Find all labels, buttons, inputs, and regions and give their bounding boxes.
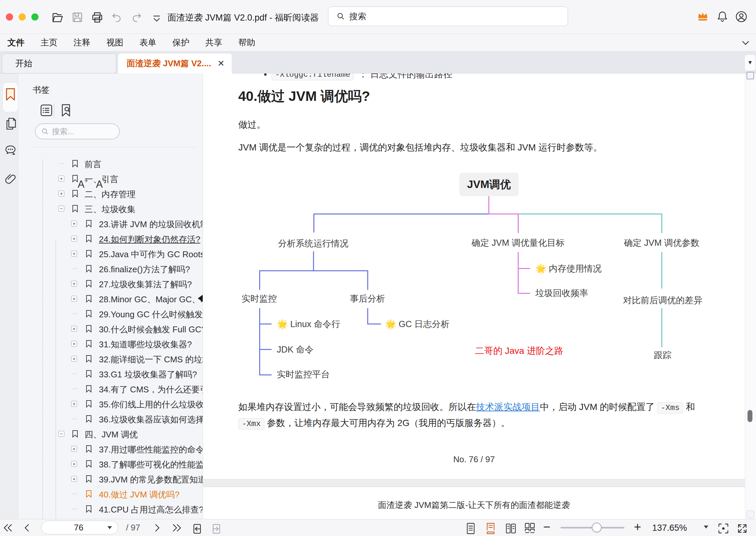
bookmark-list-options-icon[interactable] [40,104,53,117]
expander-toggle-icon[interactable]: + [71,461,77,467]
next-page-icon[interactable] [152,522,162,533]
vertical-scrollbar[interactable] [745,74,756,519]
scrollbar-top-button[interactable] [746,72,754,79]
tab-close-icon[interactable]: ✕ [217,58,225,69]
expander-toggle-icon[interactable]: + [71,341,77,347]
bookmark-item[interactable]: + 38.了解哪些可视化的性能监控工 [18,456,203,471]
zoom-window-button[interactable] [31,14,39,20]
menubar-chevron-down-icon[interactable] [740,38,751,48]
expander-toggle-icon[interactable]: + [58,191,64,196]
bookmark-item[interactable]: 41.CPU 占用过高怎么排查? [18,501,203,517]
bookmark-item[interactable]: + 30.什么时候会触发 Full GC? [18,321,203,336]
menu-file[interactable]: 文件 [8,37,24,48]
minimize-window-button[interactable] [18,14,26,20]
print-icon[interactable] [91,11,104,24]
mindmap-leaf: 🌟 Linux 命令行 [277,318,340,331]
zoom-dropdown-icon[interactable] [704,525,708,528]
previous-page-icon[interactable] [22,522,32,533]
comments-panel-icon[interactable] [4,144,17,157]
expander-toggle-icon[interactable]: + [71,251,77,256]
close-window-button[interactable] [6,14,13,20]
panel-collapse-arrow-icon[interactable] [198,295,203,302]
expander-toggle-icon[interactable]: + [71,476,77,482]
scrollbar-bottom-button[interactable] [746,511,754,518]
page-dropdown-icon[interactable] [107,526,112,529]
fit-page-icon[interactable] [717,522,729,534]
fullscreen-icon[interactable] [737,522,748,534]
pages-panel-icon[interactable] [5,117,17,131]
bookmark-item[interactable]: − 三、垃圾收集 [18,201,203,216]
bookmark-item[interactable]: 33.G1 垃圾收集器了解吗? [18,366,203,381]
bookmark-item[interactable]: + 27.垃圾收集算法了解吗? [18,276,203,291]
expander-toggle-icon[interactable]: + [71,326,77,332]
tab-start[interactable]: 开始 [2,53,116,74]
bookmark-item[interactable]: + 二、内存管理 [18,186,203,201]
single-page-view-icon[interactable] [466,522,476,534]
bookmark-item[interactable]: + 28.Minor GC、Major GC、Mixe [18,291,203,306]
zoom-out-button[interactable]: − [543,520,550,534]
menu-view[interactable]: 视图 [106,37,123,48]
bookmark-item[interactable]: + 31.知道哪些垃圾收集器? [18,336,203,351]
continuous-scroll-view-icon[interactable] [486,522,496,534]
bookmark-item[interactable]: 34.有了 CMS，为什么还要引入 G [18,381,203,396]
attachments-panel-icon[interactable] [5,172,17,186]
bookmark-item[interactable]: + 35.你们线上用的什么垃圾收集器 [18,396,203,411]
next-view-icon[interactable] [210,522,223,534]
bookmark-item[interactable]: 29.Young GC 什么时候触发? [18,306,203,321]
project-link[interactable]: 技术派实战项目 [476,402,540,412]
bookmark-item[interactable]: − 四、JVM 调优 [18,426,203,441]
undo-icon[interactable] [111,13,123,24]
premium-crown-icon[interactable] [697,11,709,23]
account-avatar-icon[interactable] [735,11,747,23]
bookmark-item[interactable]: + 24.如何判断对象仍然存活? [18,231,203,246]
bookmark-item[interactable]: 40.做过 JVM 调优吗? [18,486,203,501]
menu-home[interactable]: 主页 [41,37,57,48]
zoom-slider-knob[interactable] [592,522,602,532]
menu-help[interactable]: 帮助 [238,37,255,48]
bookmark-search-input[interactable]: 搜索... [35,123,120,139]
notifications-bell-icon[interactable] [716,11,729,23]
expander-toggle-icon[interactable]: − [58,431,64,437]
expander-toggle-icon[interactable]: + [71,221,77,226]
bookmark-item[interactable]: + 一、引言 [18,171,203,186]
scrollbar-thumb[interactable] [747,410,752,422]
save-icon[interactable] [71,11,83,23]
expander-toggle-icon[interactable]: + [71,236,77,242]
menu-share[interactable]: 共享 [205,37,222,48]
bookmark-item[interactable]: 36.垃圾收集器应该如何选择? [18,411,203,426]
redo-icon[interactable] [131,13,142,24]
bookmark-item[interactable]: 前言 [18,156,203,171]
expander-toggle-icon[interactable]: + [58,176,64,182]
expander-toggle-icon[interactable]: + [71,401,77,407]
menu-comment[interactable]: 注释 [74,37,90,48]
previous-view-icon[interactable] [191,522,203,534]
first-page-icon[interactable] [3,522,14,533]
bookmarks-panel-icon[interactable] [5,87,16,101]
bookmark-search-icon[interactable] [59,104,73,117]
bookmark-item[interactable]: + 39.JVM 的常见参数配置知道哪些 [18,471,203,486]
expander-toggle-icon[interactable]: − [58,206,64,212]
menu-form[interactable]: 表单 [139,37,156,48]
bookmark-item[interactable]: + 23.讲讲 JVM 的垃圾回收机制（补 [18,216,203,231]
facing-continuous-view-icon[interactable] [525,522,535,534]
tab-document[interactable]: 面渣逆袭 JVM篇 V2.... ✕ [118,53,232,74]
bookmark-item[interactable]: + 25.Java 中可作为 GC Roots 的引 [18,246,203,261]
tab-list-dropdown-icon[interactable]: ▼ [745,55,755,71]
page-number-input[interactable]: 76 [41,521,118,534]
bookmark-item[interactable]: + 32.能详细说一下 CMS 的垃圾收 [18,351,203,366]
bookmark-item[interactable]: 26.finalize()方法了解吗? [18,261,203,276]
open-file-icon[interactable] [51,11,64,24]
bookmark-item[interactable]: + 37.用过哪些性能监控的命令行工. [18,441,203,456]
zoom-in-button[interactable]: + [634,520,641,534]
expander-toggle-icon[interactable]: + [71,281,77,286]
document-page-view[interactable]: • -Xloggc:filename ： 日志文件的输出路径 40.做过 JVM… [203,74,745,519]
expander-toggle-icon[interactable]: + [71,356,77,362]
facing-page-view-icon[interactable] [506,522,516,534]
collapse-toolbar-icon[interactable] [151,13,163,25]
expander-toggle-icon[interactable]: + [71,446,77,452]
global-search-input[interactable]: 搜索 [328,7,568,26]
bookmark-label: 32.能详细说一下 CMS 的垃圾收 [99,354,203,365]
expander-toggle-icon[interactable]: + [71,296,77,302]
menu-protect[interactable]: 保护 [172,37,189,48]
last-page-icon[interactable] [171,522,182,533]
